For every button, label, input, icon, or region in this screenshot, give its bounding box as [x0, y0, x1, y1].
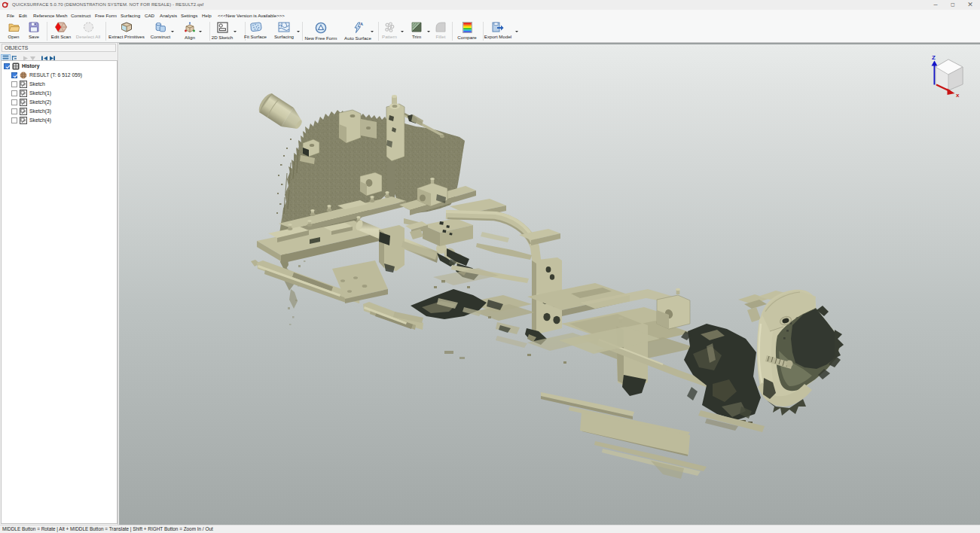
- svg-text:x: x: [956, 92, 960, 98]
- svg-text:Z: Z: [932, 54, 936, 61]
